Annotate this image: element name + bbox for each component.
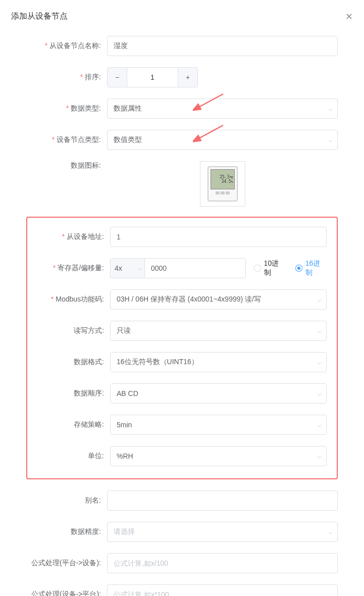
label-data-type: 数据类型: <box>26 104 107 113</box>
sort-stepper[interactable]: − 1 + <box>107 67 198 87</box>
increment-button[interactable]: + <box>178 67 198 87</box>
data-type-select[interactable]: 数据属性 ⌵ <box>107 98 338 119</box>
label-device-node-type: 设备节点类型: <box>26 135 107 144</box>
chevron-down-icon: ⌵ <box>318 390 321 397</box>
decrement-button[interactable]: − <box>107 67 127 87</box>
chevron-down-icon: ⌵ <box>318 296 321 303</box>
formula-to-platform-input[interactable] <box>107 584 338 596</box>
alias-input[interactable] <box>107 490 338 511</box>
register-prefix-select[interactable]: 4x ⌵ <box>110 258 145 278</box>
modbus-func-select[interactable]: 03H / 06H 保持寄存器 (4x0001~4x9999) 读/写 ⌵ <box>110 289 327 310</box>
label-unit: 单位: <box>37 452 110 461</box>
label-slave-addr: 从设备地址: <box>37 232 110 241</box>
formula-to-device-input[interactable] <box>107 553 338 573</box>
data-order-select[interactable]: AB CD ⌵ <box>110 383 327 404</box>
radio-decimal[interactable]: 10进制 <box>254 259 285 277</box>
label-modbus-func: Modbus功能码: <box>37 295 110 304</box>
chevron-down-icon: ⌵ <box>318 421 321 428</box>
read-write-select[interactable]: 只读 ⌵ <box>110 321 327 341</box>
slave-addr-input[interactable] <box>110 227 327 247</box>
highlighted-section: 从设备地址: 寄存器/偏移量: 4x ⌵ <box>26 217 338 479</box>
sort-value[interactable]: 1 <box>127 67 178 87</box>
label-sort: 排序: <box>26 73 107 82</box>
label-node-name: 从设备节点名称: <box>26 41 107 51</box>
modal-title: 添加从设备节点 <box>11 11 353 22</box>
chevron-down-icon: ⌵ <box>318 327 321 334</box>
label-register: 寄存器/偏移量: <box>37 264 110 273</box>
chevron-down-icon: ⌵ <box>318 359 321 366</box>
modal-dialog: 添加从设备节点 ✕ 从设备节点名称: 排序: − 1 + 数据类型: 数据 <box>0 0 364 596</box>
close-icon[interactable]: ✕ <box>345 11 353 22</box>
chevron-down-icon: ⌵ <box>318 453 321 460</box>
chevron-down-icon: ⌵ <box>329 528 332 535</box>
label-formula-to-platform: 公式处理(设备->平台): <box>26 590 107 596</box>
chevron-down-icon: ⌵ <box>329 136 332 143</box>
chevron-down-icon: ⌵ <box>329 105 332 112</box>
device-node-type-select[interactable]: 数值类型 ⌵ <box>107 130 338 150</box>
storage-policy-select[interactable]: 5min ⌵ <box>110 415 327 435</box>
data-icon-picker[interactable]: 25.3℃ 34.5% <box>200 161 245 207</box>
radio-icon <box>295 265 302 272</box>
label-formula-to-device: 公式处理(平台->设备): <box>26 559 107 568</box>
label-precision: 数据精度: <box>26 527 107 536</box>
chevron-down-icon: ⌵ <box>138 265 141 272</box>
label-data-format: 数据格式: <box>37 358 110 367</box>
label-read-write: 读写方式: <box>37 326 110 335</box>
label-storage: 存储策略: <box>37 420 110 429</box>
register-value-input[interactable] <box>145 258 246 278</box>
node-name-input[interactable] <box>107 36 338 56</box>
radio-icon <box>254 265 261 272</box>
label-data-order: 数据顺序: <box>37 389 110 398</box>
sensor-device-icon: 25.3℃ 34.5% <box>207 166 238 202</box>
unit-select[interactable]: %RH ⌵ <box>110 446 327 466</box>
data-format-select[interactable]: 16位无符号数（UINT16） ⌵ <box>110 352 327 372</box>
label-alias: 别名: <box>26 496 107 505</box>
label-data-icon: 数据图标: <box>26 161 107 170</box>
radio-hex[interactable]: 16进制 <box>295 259 327 277</box>
data-precision-select[interactable]: 请选择 ⌵ <box>107 522 338 542</box>
